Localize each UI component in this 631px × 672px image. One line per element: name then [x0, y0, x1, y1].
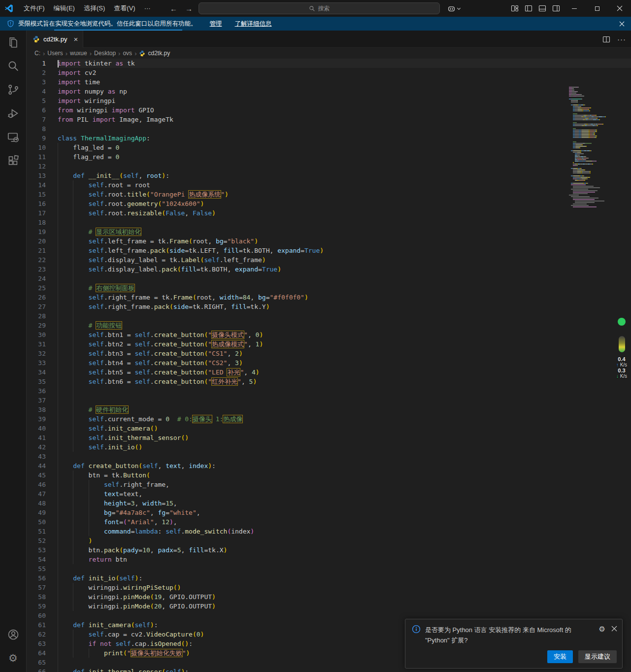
code-line[interactable]: 49 bg="#4a7a8c", fg="white",: [27, 508, 631, 517]
notification-settings-icon[interactable]: ⚙: [599, 626, 605, 633]
code-line[interactable]: 52 ): [27, 536, 631, 545]
banner-manage-link[interactable]: 管理: [210, 20, 222, 28]
menu-edit[interactable]: 编辑(E): [49, 3, 79, 14]
code-line[interactable]: 43: [27, 452, 631, 461]
breadcrumb-file[interactable]: cd2tk.py: [139, 50, 170, 57]
close-window-button[interactable]: [608, 0, 631, 17]
search-sidebar-icon[interactable]: [1, 54, 25, 78]
code-line[interactable]: 17 self.root.resizable(False, False): [27, 208, 631, 218]
breadcrumb-item[interactable]: ovs: [123, 50, 132, 57]
code-line[interactable]: 50 font=("Arial", 12),: [27, 517, 631, 527]
remote-explorer-icon[interactable]: [1, 125, 25, 149]
tab-close-icon[interactable]: ×: [73, 35, 78, 43]
command-center-search[interactable]: 搜索: [199, 2, 440, 14]
code-line[interactable]: 13 def __init__(self, root):: [27, 171, 631, 180]
breadcrumb-item[interactable]: Desktop: [94, 50, 116, 57]
code-editor[interactable]: 1import tkinter as tk2import cv23import …: [27, 59, 631, 672]
code-line[interactable]: 57 wiringpi.wiringPiSetup(): [27, 583, 631, 592]
code-line[interactable]: 20 self.left_frame = tk.Frame(root, bg="…: [27, 236, 631, 246]
code-line[interactable]: 6from wiringpi import GPIO: [27, 105, 631, 115]
code-line[interactable]: 37: [27, 396, 631, 405]
code-line[interactable]: 35 self.btn6 = self.create_button("红外补光"…: [27, 377, 631, 386]
code-line[interactable]: 40 self.init_camera(): [27, 424, 631, 433]
breadcrumb-item[interactable]: C:: [34, 50, 40, 57]
code-line[interactable]: 16 self.root.geometry("1024x600"): [27, 199, 631, 208]
code-line[interactable]: 15 self.root.title("OrangePi 热成像系统"): [27, 190, 631, 199]
code-line[interactable]: 12: [27, 162, 631, 171]
explorer-icon[interactable]: [1, 31, 25, 54]
toggle-primary-sidebar-icon[interactable]: [522, 0, 535, 17]
settings-gear-icon[interactable]: ⚙: [1, 646, 25, 670]
maximize-button[interactable]: [586, 0, 608, 17]
code-line[interactable]: 38 # 硬件初始化: [27, 405, 631, 414]
menu-file[interactable]: 文件(F): [19, 3, 49, 14]
code-line[interactable]: 18: [27, 218, 631, 227]
code-line[interactable]: 39 self.current_mode = 0 # 0:摄像头 1:热成像: [27, 414, 631, 424]
forward-arrow-icon[interactable]: →: [185, 4, 193, 13]
code-line[interactable]: 14 self.root = root: [27, 180, 631, 190]
code-line[interactable]: 22 self.display_label = tk.Label(self.le…: [27, 255, 631, 265]
install-button[interactable]: 安装: [547, 650, 573, 663]
code-line[interactable]: 47 text=text,: [27, 489, 631, 499]
code-line[interactable]: 29 # 功能按钮: [27, 321, 631, 330]
code-line[interactable]: 56 def init_io(self):: [27, 573, 631, 583]
code-line[interactable]: 19 # 显示区域初始化: [27, 227, 631, 236]
code-line[interactable]: 10 flag_led = 0: [27, 143, 631, 152]
code-line[interactable]: 1import tkinter as tk: [27, 59, 631, 68]
code-line[interactable]: 5import wiringpi: [27, 96, 631, 105]
code-line[interactable]: 23 self.display_label.pack(fill=tk.BOTH,…: [27, 265, 631, 274]
banner-close-icon[interactable]: [617, 19, 626, 28]
code-line[interactable]: 59 wiringpi.pinMode(20, GPIO.OUTPUT): [27, 602, 631, 611]
code-line[interactable]: 2import cv2: [27, 68, 631, 77]
minimize-button[interactable]: [563, 0, 586, 17]
breadcrumb-item[interactable]: wuxue: [70, 50, 87, 57]
code-line[interactable]: 3import time: [27, 77, 631, 87]
menu-view[interactable]: 查看(V): [109, 3, 139, 14]
account-icon[interactable]: [1, 623, 25, 646]
code-line[interactable]: 21 self.left_frame.pack(side=tk.LEFT, fi…: [27, 246, 631, 255]
run-debug-icon[interactable]: [1, 101, 25, 125]
toggle-secondary-sidebar-icon[interactable]: [549, 0, 563, 17]
menu-overflow[interactable]: ···: [140, 3, 155, 14]
code-line[interactable]: 9class ThermalImagingApp:: [27, 134, 631, 143]
code-line[interactable]: 26 self.right_frame = tk.Frame(root, wid…: [27, 293, 631, 302]
code-line[interactable]: 46 self.right_frame,: [27, 480, 631, 489]
toggle-panel-icon[interactable]: [535, 0, 549, 17]
breadcrumb-item[interactable]: Users: [47, 50, 63, 57]
customize-layout-icon[interactable]: [508, 0, 522, 17]
code-line[interactable]: 45 btn = tk.Button(: [27, 470, 631, 480]
code-line[interactable]: 51 command=lambda: self.mode_switch(inde…: [27, 527, 631, 536]
code-line[interactable]: 4import numpy as np: [27, 87, 631, 96]
copilot-button[interactable]: [447, 0, 461, 17]
code-line[interactable]: 55: [27, 564, 631, 573]
code-line[interactable]: 42 self.init_io(): [27, 442, 631, 452]
tab-cd2tk[interactable]: cd2tk.py ×: [27, 31, 83, 48]
code-line[interactable]: 54 return btn: [27, 555, 631, 564]
source-control-icon[interactable]: [1, 78, 25, 101]
code-line[interactable]: 41 self.init_thermal_sensor(): [27, 433, 631, 442]
code-line[interactable]: 7from PIL import Image, ImageTk: [27, 115, 631, 124]
code-line[interactable]: 28: [27, 311, 631, 321]
code-line[interactable]: 34 self.btn5 = self.create_button("LED 补…: [27, 368, 631, 377]
code-line[interactable]: 30 self.btn1 = self.create_button("摄像头模式…: [27, 330, 631, 339]
code-line[interactable]: 11 flag_red = 0: [27, 152, 631, 162]
back-arrow-icon[interactable]: ←: [170, 4, 177, 13]
minimap[interactable]: [569, 87, 614, 208]
code-line[interactable]: 44 def create_button(self, text, index):: [27, 461, 631, 470]
code-line[interactable]: 58 wiringpi.pinMode(19, GPIO.OUTPUT): [27, 592, 631, 602]
code-line[interactable]: 53 btn.pack(pady=10, padx=5, fill=tk.X): [27, 545, 631, 555]
code-line[interactable]: 31 self.btn2 = self.create_button("热成像模式…: [27, 339, 631, 349]
code-line[interactable]: 27 self.right_frame.pack(side=tk.RIGHT, …: [27, 302, 631, 311]
banner-learn-more-link[interactable]: 了解详细信息: [235, 20, 272, 28]
editor-more-actions-icon[interactable]: ···: [617, 35, 626, 43]
code-line[interactable]: 25 # 右侧控制面板: [27, 283, 631, 293]
code-line[interactable]: 8: [27, 124, 631, 134]
split-editor-icon[interactable]: [602, 35, 610, 43]
show-recommendations-button[interactable]: 显示建议: [578, 650, 617, 663]
extensions-icon[interactable]: [1, 149, 25, 172]
code-line[interactable]: 32 self.btn3 = self.create_button("CS1",…: [27, 349, 631, 358]
code-line[interactable]: 36: [27, 386, 631, 396]
notification-close-icon[interactable]: [611, 626, 617, 632]
code-line[interactable]: 33 self.btn4 = self.create_button("CS2",…: [27, 358, 631, 368]
code-line[interactable]: 48 height=3, width=15,: [27, 499, 631, 508]
